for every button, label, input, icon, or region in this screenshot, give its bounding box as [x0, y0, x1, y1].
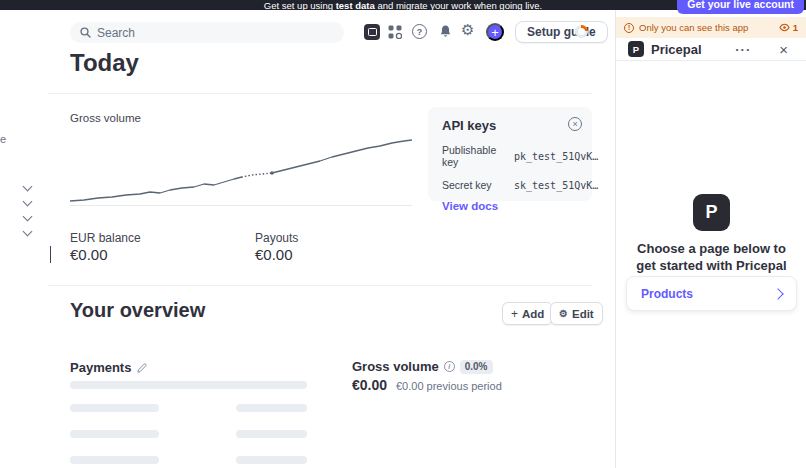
chevron-right-icon [772, 288, 783, 299]
gross-volume-amount: €0.00 [352, 377, 387, 393]
create-button[interactable]: + [486, 23, 504, 41]
close-icon[interactable]: × [773, 41, 794, 58]
banner-text-suffix: and migrate your work when going live. [375, 0, 542, 11]
secret-key-value[interactable]: sk_test_51QvK… [514, 180, 598, 191]
gear-icon: ⚙ [559, 309, 568, 319]
sandbox-box-glyph [368, 28, 377, 36]
apps-grid-glyph [388, 25, 402, 39]
add-button[interactable]: + Add [502, 302, 553, 325]
products-link-label: Products [641, 287, 693, 301]
payments-label: Payments [70, 360, 131, 375]
alert-icon: ! [624, 23, 634, 33]
app-page-link-products[interactable]: Products [626, 276, 797, 311]
api-keys-card: API keys × Publishable key pk_test_51QvK… [428, 107, 592, 201]
gross-volume-chart-label: Gross volume [70, 112, 141, 124]
gross-volume-stat-label: Gross volume [352, 359, 439, 374]
app-logo-small: P [628, 41, 644, 57]
app-visibility-notice: ! Only you can see this app 1 [616, 17, 806, 38]
pencil-icon[interactable] [137, 363, 147, 373]
skeleton-bar [236, 430, 307, 438]
setup-progress-ring-hole [578, 28, 585, 35]
search-placeholder: Search [97, 26, 135, 40]
api-key-label: Secret key [442, 179, 514, 191]
notice-text: Only you can see this app [639, 22, 774, 33]
sidebar-clipped-label: e [0, 133, 6, 145]
api-key-label: Publishable key [442, 144, 514, 168]
skeleton-bar [70, 404, 159, 412]
viewer-count: 1 [793, 22, 798, 33]
sandbox-icon[interactable] [364, 24, 380, 40]
viewer-counter: 1 [779, 22, 798, 33]
more-options-icon[interactable]: ··· [729, 41, 757, 58]
view-docs-link[interactable]: View docs [442, 200, 578, 212]
section-divider [48, 285, 592, 286]
dashboard-page: Get set up using test data and migrate y… [0, 0, 806, 468]
app-panel-header: P Pricepal ··· × [616, 38, 806, 61]
get-live-account-button[interactable]: Get your live account [677, 0, 804, 14]
edit-button-label: Edit [572, 308, 594, 320]
header-divider [48, 93, 592, 94]
banner-text-prefix: Get set up using [264, 0, 336, 11]
skeleton-bar [236, 404, 307, 412]
payouts-label: Payouts [255, 231, 298, 245]
gross-volume-chart [70, 126, 412, 206]
text-caret [50, 246, 51, 263]
eye-icon [779, 23, 790, 32]
setup-guide-button[interactable]: Setup guide [515, 21, 608, 43]
eur-balance-value: €0.00 [70, 246, 108, 263]
plus-icon: + [511, 307, 518, 321]
skeleton-bar [236, 456, 307, 464]
search-icon [80, 27, 91, 38]
app-panel-headline: Choose a page below to get started with … [626, 241, 797, 275]
delta-badge: 0.0% [460, 360, 493, 374]
add-button-label: Add [522, 308, 544, 320]
edit-button[interactable]: ⚙ Edit [550, 302, 603, 325]
gross-volume-previous: €0.00 previous period [396, 380, 502, 392]
overview-title: Your overview [70, 299, 205, 322]
banner-text-highlight: test data [336, 0, 375, 11]
bell-icon[interactable] [438, 24, 453, 43]
payments-widget-title: Payments [70, 360, 147, 375]
skeleton-bar [70, 430, 159, 438]
setup-progress-ring [575, 25, 588, 38]
skeleton-bar [70, 456, 159, 464]
info-icon[interactable]: i [444, 361, 455, 372]
page-title: Today [70, 49, 139, 77]
gear-icon[interactable]: ⚙ [461, 22, 474, 38]
close-icon[interactable]: × [568, 117, 582, 131]
api-keys-title: API keys [442, 118, 578, 133]
payouts-value: €0.00 [255, 246, 293, 263]
bell-glyph [438, 24, 453, 39]
app-name: Pricepal [651, 42, 722, 57]
app-side-panel: ! Only you can see this app 1 P Pricepal… [615, 0, 806, 468]
chevron-down-icon[interactable] [23, 182, 33, 192]
gross-volume-stat-header: Gross volume i 0.0% [352, 359, 493, 374]
chevron-down-icon[interactable] [23, 227, 33, 237]
app-logo-large: P [693, 194, 730, 231]
api-key-row: Publishable key pk_test_51QvK… [442, 144, 578, 168]
api-key-row: Secret key sk_test_51QvK… [442, 179, 578, 191]
help-icon[interactable]: ? [412, 24, 427, 39]
chevron-down-icon[interactable] [23, 212, 33, 222]
apps-grid-icon[interactable] [388, 25, 402, 43]
search-input[interactable]: Search [70, 22, 344, 43]
eur-balance-label: EUR balance [70, 231, 141, 245]
chevron-down-icon[interactable] [23, 197, 33, 207]
skeleton-bar [70, 381, 307, 389]
publishable-key-value[interactable]: pk_test_51QvK… [514, 151, 598, 162]
